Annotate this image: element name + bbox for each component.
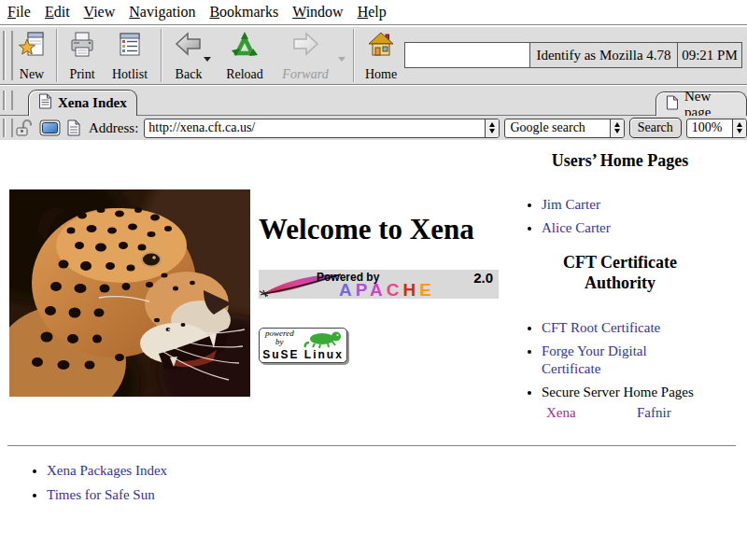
- list-item: Forge Your Digital Certificate: [542, 343, 682, 378]
- certificate-links-list: CFT Root Certificate Forge Your Digital …: [504, 319, 694, 407]
- print-button-label: Print: [69, 67, 94, 81]
- forward-arrow-icon: [290, 31, 320, 63]
- new-button-label: New: [20, 67, 44, 81]
- status-box: [404, 42, 530, 68]
- list-item: Alice Carter: [542, 219, 611, 237]
- zoom-stepper[interactable]: [732, 119, 746, 137]
- home-button-label: Home: [365, 67, 397, 81]
- list-item: Times for Safe Sun: [47, 486, 167, 504]
- page-icon[interactable]: [66, 119, 81, 136]
- menu-navigation[interactable]: Navigation: [129, 4, 195, 21]
- user-links-list: Jim Carter Alice Carter: [504, 196, 611, 243]
- search-engine-stepper[interactable]: [610, 119, 624, 137]
- home-icon: [367, 31, 395, 63]
- page-title: Welcome to Xena: [259, 213, 474, 246]
- print-button[interactable]: Print: [62, 31, 103, 81]
- zoom-value: 100%: [687, 120, 732, 135]
- secure-server-links: Xena Fafnir: [504, 405, 736, 424]
- tab-new-page[interactable]: New page: [655, 91, 747, 116]
- forward-button-label: Forward: [282, 67, 328, 81]
- new-button[interactable]: New: [11, 31, 52, 81]
- forward-button[interactable]: Forward: [278, 31, 332, 81]
- suse-wordmark: SuSE Linux: [260, 348, 346, 361]
- forward-history-dropdown[interactable]: [338, 57, 345, 62]
- back-button[interactable]: Back: [168, 31, 209, 81]
- addressbar-grippy[interactable]: [3, 119, 13, 137]
- menu-view[interactable]: View: [84, 4, 116, 21]
- blank-page-icon: [666, 95, 679, 114]
- print-icon: [68, 31, 96, 63]
- link-alice-carter[interactable]: Alice Carter: [542, 220, 611, 235]
- link-forge-certificate[interactable]: Forge Your Digital Certificate: [542, 343, 647, 376]
- menu-window[interactable]: Window: [292, 4, 343, 21]
- link-fafnir[interactable]: Fafnir: [637, 405, 671, 421]
- horizontal-rule: [7, 445, 736, 447]
- link-jim-carter[interactable]: Jim Carter: [542, 197, 600, 212]
- cft-ca-heading: CFT Certificate Authority: [504, 252, 736, 293]
- tabbar-grippy[interactable]: [3, 91, 13, 110]
- browser-window: File Edit View Navigation Bookmarks Wind…: [0, 0, 747, 560]
- address-bar: Address: Google search Search 100%: [0, 116, 747, 142]
- apache-wordmark: APACHE: [339, 281, 435, 299]
- toolbar-separator: [56, 29, 58, 82]
- toolbar-separator: [161, 29, 162, 82]
- user-agent-selector[interactable]: Identify as Mozilla 4.78: [529, 42, 678, 68]
- home-button[interactable]: Home: [360, 31, 402, 81]
- list-item: Xena Packages Index: [47, 462, 167, 480]
- list-item: Secure Server Home Pages: [542, 384, 694, 401]
- hotlist-button[interactable]: Hotlist: [103, 31, 157, 81]
- menu-edit[interactable]: Edit: [45, 4, 70, 21]
- users-home-pages-heading: Users’ Home Pages: [504, 151, 736, 171]
- list-item: CFT Root Certificate: [542, 319, 694, 337]
- new-page-icon: [18, 31, 46, 63]
- tab-bar: Xena Index New page: [0, 86, 747, 116]
- address-label: Address:: [89, 120, 138, 136]
- reload-button-label: Reload: [226, 67, 263, 81]
- address-input[interactable]: [145, 120, 485, 135]
- page-content: Welcome to Xena Powered by APACHE 2.0 po…: [0, 140, 747, 560]
- search-engine-value: Google search: [505, 120, 609, 135]
- suse-badge[interactable]: poweredby SuSE Linux: [259, 328, 347, 363]
- monitor-icon[interactable]: [39, 119, 61, 136]
- reload-button[interactable]: Reload: [220, 31, 269, 81]
- menu-help[interactable]: Help: [358, 4, 387, 21]
- toolbar-separator: [353, 29, 355, 82]
- list-item: Jim Carter: [542, 196, 611, 214]
- apache-version: 2.0: [473, 270, 493, 286]
- back-button-label: Back: [176, 67, 203, 81]
- apache-badge[interactable]: Powered by APACHE 2.0: [259, 270, 499, 299]
- menu-bookmarks[interactable]: Bookmarks: [209, 4, 278, 21]
- clock: 09:21 PM: [677, 42, 742, 68]
- link-cft-root-certificate[interactable]: CFT Root Certificate: [542, 320, 660, 335]
- menu-file[interactable]: File: [7, 4, 31, 21]
- bottom-links-list: Xena Packages Index Times for Safe Sun: [26, 462, 167, 511]
- search-button[interactable]: Search: [629, 118, 682, 138]
- tab-xena-index[interactable]: Xena Index: [28, 90, 137, 116]
- hotlist-icon: [116, 31, 144, 63]
- security-open-padlock-icon[interactable]: [15, 119, 34, 137]
- link-xena[interactable]: Xena: [546, 405, 576, 421]
- menu-bar: File Edit View Navigation Bookmarks Wind…: [0, 0, 747, 25]
- tab-label: Xena Index: [58, 95, 127, 111]
- hotlist-button-label: Hotlist: [112, 67, 148, 81]
- suse-powered-by-label: poweredby: [265, 329, 294, 346]
- search-engine-select[interactable]: Google search: [504, 119, 624, 138]
- toolbar: New Print Hotlist Back: [0, 26, 747, 85]
- secure-server-label: Secure Server Home Pages: [542, 385, 694, 399]
- address-field-wrap: [144, 119, 500, 138]
- jaguar-photo: [9, 189, 250, 397]
- back-history-dropdown[interactable]: [204, 57, 211, 62]
- link-xena-packages-index[interactable]: Xena Packages Index: [47, 463, 167, 478]
- zoom-select[interactable]: 100%: [686, 119, 747, 138]
- link-times-for-safe-sun[interactable]: Times for Safe Sun: [47, 487, 155, 502]
- back-arrow-icon: [174, 31, 204, 63]
- right-column: Users’ Home Pages Jim Carter Alice Carte…: [504, 147, 736, 446]
- document-icon: [38, 93, 52, 113]
- address-history-stepper[interactable]: [485, 119, 499, 137]
- reload-recycle-icon: [231, 31, 259, 63]
